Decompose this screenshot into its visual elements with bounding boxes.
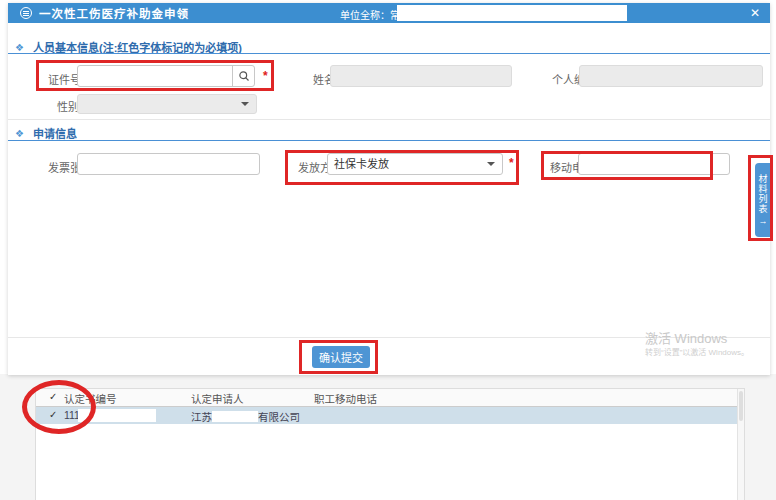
table-row[interactable]: ✓ 111 江苏有限公司 (36, 407, 744, 424)
material-list-tab[interactable]: 材料列表 → (755, 163, 771, 237)
page: 一次性工伤医疗补助金申领 单位全称：常州市钟楼区 ✕ ❖ 人员基本信息(注:红色… (0, 0, 776, 500)
search-icon[interactable] (232, 66, 254, 86)
required-asterisk: * (263, 69, 268, 83)
gender-select (77, 94, 257, 114)
result-table: ✓ 认定书编号 认定申请人 职工移动电话 ✓ 111 江苏有限公司 (35, 388, 745, 500)
redaction-box-unit (397, 5, 627, 21)
windows-activation-watermark: 激活 Windows (645, 328, 727, 347)
redaction-box-cert (78, 409, 156, 422)
invoice-count-input[interactable] (77, 153, 260, 175)
table-header-row: ✓ 认定书编号 认定申请人 职工移动电话 (36, 389, 744, 407)
section-diamond-icon: ❖ (15, 128, 24, 139)
column-cert-no: 认定书编号 (64, 391, 117, 406)
close-icon[interactable]: ✕ (750, 6, 760, 20)
applicant-prefix: 江苏 (191, 411, 212, 423)
confirm-submit-button[interactable]: 确认提交 (312, 346, 370, 368)
section-apply-header: ❖ 申请信息 (15, 125, 77, 141)
document-lines-glyph (23, 11, 29, 16)
gender-label: 性别 (57, 98, 79, 114)
cell-applicant: 江苏有限公司 (191, 409, 300, 424)
id-number-input[interactable] (78, 66, 232, 86)
mobile-input[interactable] (578, 153, 730, 175)
section-divider (8, 119, 770, 120)
row-checkbox[interactable]: ✓ (49, 409, 57, 420)
select-all-checkbox[interactable]: ✓ (49, 391, 57, 402)
section-apply-underline (8, 140, 770, 141)
applicant-suffix: 有限公司 (258, 411, 300, 423)
chevron-down-icon (241, 102, 249, 106)
section-basic-underline (8, 53, 770, 54)
dialog-title: 一次性工伤医疗补助金申领 (39, 5, 189, 21)
windows-activation-watermark-sub: 转到“设置”以激活 Windows。 (645, 346, 749, 357)
section-diamond-icon: ❖ (15, 42, 24, 53)
personal-no-input (579, 65, 763, 87)
chevron-down-icon (487, 162, 495, 166)
column-applicant: 认定申请人 (191, 391, 244, 406)
name-input (330, 65, 512, 87)
section-apply-title: 申请信息 (33, 125, 77, 141)
arrow-right-icon: → (759, 216, 768, 226)
payment-method-value: 社保卡发放 (334, 158, 389, 170)
column-phone: 职工移动电话 (314, 391, 377, 406)
id-number-field[interactable] (77, 65, 255, 87)
required-asterisk: * (509, 156, 514, 170)
document-circle-icon (20, 7, 32, 19)
redaction-box-applicant (212, 411, 258, 422)
unit-label: 单位全称： (340, 10, 390, 21)
dialog-titlebar: 一次性工伤医疗补助金申领 单位全称：常州市钟楼区 ✕ (8, 3, 770, 23)
table-scrollbar[interactable] (737, 389, 744, 500)
material-list-label: 材料列表 (757, 174, 770, 214)
payment-method-select[interactable]: 社保卡发放 (327, 153, 503, 175)
scrollbar-thumb[interactable] (739, 391, 743, 421)
application-dialog: 一次性工伤医疗补助金申领 单位全称：常州市钟楼区 ✕ ❖ 人员基本信息(注:红色… (8, 3, 770, 375)
